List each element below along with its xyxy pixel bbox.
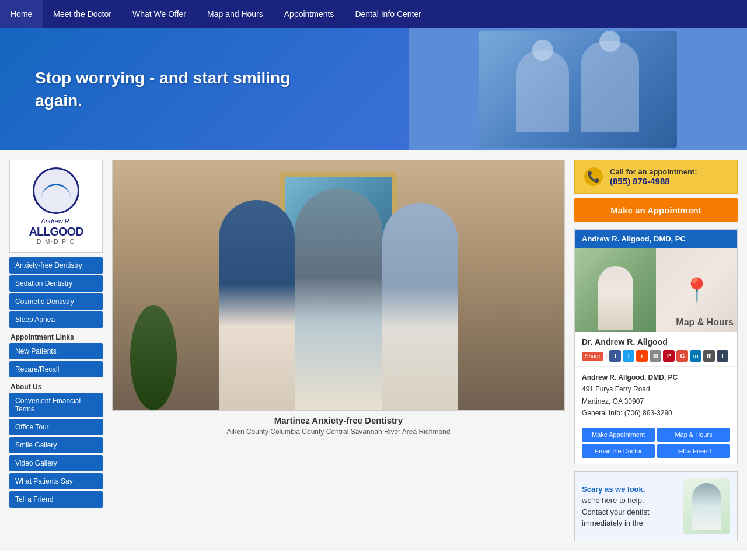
sidebar: Andrew R. ALLGOOD D·M·D P·C Anxiety-free… [9, 160, 103, 541]
room-plant [130, 305, 177, 410]
logo-name-bold: ALLGOOD [17, 225, 95, 239]
nav-map-hours[interactable]: Map and Hours [197, 0, 274, 28]
nav-appointments[interactable]: Appointments [274, 0, 345, 28]
call-info: Call for an appointment: (855) 876-4988 [610, 167, 697, 186]
phone-icon: 📞 [584, 167, 603, 186]
covid-line2: we're here to help. [582, 496, 644, 505]
city-state: Martinez, GA 30907 [582, 396, 730, 407]
right-panel: 📞 Call for an appointment: (855) 876-498… [574, 160, 738, 541]
sidebar-link-cosmetic[interactable]: Cosmetic Dentistry [9, 293, 103, 310]
person-left [219, 200, 295, 410]
doctor-portrait[interactable] [575, 248, 656, 332]
photo-subcaption: Aiken County Columbia County Central Sav… [112, 428, 565, 439]
doctor-card-header: Andrew R. Allgood, DMD, PC [575, 230, 737, 248]
tumblr-icon[interactable]: t [717, 350, 728, 362]
action-tell-friend[interactable]: Tell a Friend [657, 444, 730, 458]
sidebar-link-sleep[interactable]: Sleep Apnea [9, 312, 103, 328]
doctor-card: Andrew R. Allgood, DMD, PC 📍 Map & Hours… [574, 229, 738, 464]
nav-meet-doctor[interactable]: Meet the Doctor [43, 0, 122, 28]
street-address: 491 Furys Ferry Road [582, 383, 730, 395]
share-button[interactable]: Share [582, 352, 603, 360]
about-section-label: About Us [9, 379, 103, 393]
share-other-icon-1[interactable]: ⊞ [703, 350, 715, 362]
covid-banner: Scary as we look, we're here to help. Co… [574, 471, 738, 541]
sidebar-link-financial[interactable]: Convenient Financial Terms [9, 393, 103, 417]
sidebar-link-office-tour[interactable]: Office Tour [9, 419, 103, 435]
linkedin-icon[interactable]: in [690, 350, 701, 362]
sidebar-link-sedation[interactable]: Sedation Dentistry [9, 275, 103, 292]
center-content: Martinez Anxiety-free Dentistry Aiken Co… [112, 160, 565, 541]
map-pin-icon: 📍 [682, 276, 711, 304]
doctor-name: Dr. Andrew R. Allgood [575, 332, 737, 349]
facebook-icon[interactable]: f [609, 350, 621, 362]
nav-what-we-offer[interactable]: What We Offer [122, 0, 197, 28]
person-center [295, 188, 382, 410]
hero-person-2 [581, 41, 639, 132]
covid-text: Scary as we look, we're here to help. Co… [582, 484, 678, 529]
logo-name-italic: Andrew R. [17, 218, 95, 225]
hero-photo [409, 28, 747, 150]
map-hours-label: Map & Hours [676, 317, 734, 328]
address-block: Andrew R. Allgood, DMD, PC 491 Furys Fer… [575, 366, 737, 424]
call-number: (855) 876-4988 [610, 176, 697, 186]
twitter-icon[interactable]: t [623, 350, 634, 362]
sidebar-link-new-patients[interactable]: New Patients [9, 343, 103, 359]
covid-line1: Scary as we look, [582, 485, 645, 494]
sidebar-link-patients-say[interactable]: What Patients Say [9, 473, 103, 489]
people-group [219, 188, 458, 410]
logo-suffix: D·M·D P·C [17, 239, 95, 245]
call-box: 📞 Call for an appointment: (855) 876-498… [574, 160, 738, 194]
email-share-icon[interactable]: ✉ [650, 350, 661, 362]
hero-banner: Stop worrying - and start smiling again. [0, 28, 747, 150]
pinterest-icon[interactable]: P [663, 350, 675, 362]
hero-doctors [516, 41, 639, 138]
sidebar-link-tell-friend[interactable]: Tell a Friend [9, 491, 103, 508]
social-icons: f t r ✉ P G in ⊞ t [609, 350, 728, 362]
photo-caption: Martinez Anxiety-free Dentistry [112, 411, 565, 428]
sidebar-link-smile-gallery[interactable]: Smile Gallery [9, 437, 103, 453]
sidebar-link-anxiety[interactable]: Anxiety-free Dentistry [9, 257, 103, 274]
main-photo [112, 160, 565, 411]
logo-arc-icon [41, 184, 71, 198]
nav-home[interactable]: Home [0, 0, 43, 28]
action-make-appointment[interactable]: Make Appointment [582, 428, 655, 442]
action-buttons: Make Appointment Map & Hours Email the D… [575, 424, 737, 464]
hero-person-1 [516, 50, 569, 132]
make-appointment-button[interactable]: Make an Appointment [574, 198, 738, 222]
covid-line3: Contact your dentist immediately in the [582, 508, 650, 528]
practice-name: Andrew R. Allgood, DMD, PC [582, 372, 730, 383]
sidebar-link-video-gallery[interactable]: Video Gallery [9, 455, 103, 471]
sidebar-link-recare[interactable]: Recare/Recall [9, 361, 103, 377]
logo-circle [33, 167, 79, 214]
hero-tagline: Stop worrying - and start smiling again. [0, 49, 327, 130]
covid-doctor-silhouette [692, 483, 721, 530]
doctor-photos-row: 📍 Map & Hours [575, 248, 737, 332]
action-email-doctor[interactable]: Email the Doctor [582, 444, 655, 458]
call-label: Call for an appointment: [610, 167, 697, 176]
map-photo[interactable]: 📍 Map & Hours [656, 248, 737, 332]
nav-dental-info[interactable]: Dental Info Center [344, 0, 432, 28]
person-right [382, 203, 458, 410]
action-map-hours[interactable]: Map & Hours [657, 428, 730, 442]
main-container: Andrew R. ALLGOOD D·M·D P·C Anxiety-free… [0, 150, 747, 551]
logo-box: Andrew R. ALLGOOD D·M·D P·C [9, 160, 103, 253]
covid-photo [683, 478, 730, 534]
share-row: Share | f t r ✉ P G in ⊞ t [575, 349, 737, 366]
main-nav: Home Meet the Doctor What We Offer Map a… [0, 0, 747, 28]
share-divider: | [606, 353, 608, 359]
general-phone: General Info: (706) 863-3290 [582, 407, 730, 419]
appointment-section-label: Appointment Links [9, 330, 103, 343]
google-plus-icon[interactable]: G [676, 350, 688, 362]
hero-photo-inner [479, 31, 677, 148]
reddit-icon[interactable]: r [636, 350, 648, 362]
